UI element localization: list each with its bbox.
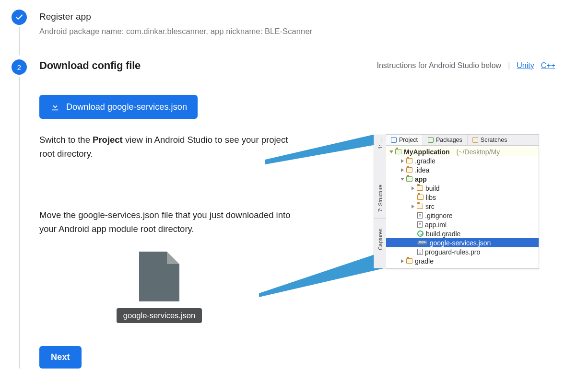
step1-check-icon	[12, 10, 27, 25]
tab-project[interactable]: Project	[386, 135, 423, 145]
tree-item-gitignore[interactable]: .gitignore	[386, 211, 539, 220]
instructions-label: Instructions for Android Studio below	[377, 61, 501, 70]
tree-item-google-services[interactable]: JSON google-services.json	[386, 238, 539, 247]
side-tab-structure[interactable]: 7: Structure	[377, 168, 383, 212]
folder-icon	[406, 158, 412, 163]
tree-item-gradle[interactable]: gradle	[386, 256, 539, 265]
project-tab-icon	[391, 137, 397, 143]
side-tab-captures[interactable]: Captures	[377, 229, 383, 250]
folder-icon	[406, 167, 412, 173]
tree-item-src[interactable]: src	[386, 202, 539, 211]
step2-number-icon: 2	[12, 59, 27, 75]
unity-link[interactable]: Unity	[517, 61, 534, 70]
chevron-down-icon	[400, 178, 404, 181]
step1-subtitle: Android package name: com.dinkar.blescan…	[39, 27, 555, 36]
chevron-right-icon	[401, 168, 404, 172]
gradle-icon	[417, 231, 424, 237]
tree-item-app-iml[interactable]: app.iml	[386, 220, 539, 229]
folder-icon	[417, 204, 423, 209]
step2-title: Download config file	[39, 59, 141, 72]
step-register-app: Register app Android package name: com.d…	[12, 10, 555, 55]
project-tree: MyApplication (~/Desktop/My .gradle .ide…	[386, 146, 539, 268]
instruction-project-view: Switch to the Project view in Android St…	[39, 133, 298, 161]
file-icon	[139, 252, 179, 301]
step1-title: Register app	[39, 10, 555, 22]
download-config-button[interactable]: Download google-services.json	[39, 95, 198, 119]
tab-scratches[interactable]: Scratches	[468, 135, 513, 145]
tree-item-build-gradle[interactable]: build.gradle	[386, 229, 539, 238]
folder-icon	[417, 195, 424, 200]
folder-icon	[417, 185, 423, 191]
cpp-link[interactable]: C++	[541, 61, 555, 70]
file-icon	[417, 221, 423, 228]
tab-packages[interactable]: Packages	[423, 135, 468, 145]
tree-item-idea[interactable]: .idea	[386, 165, 539, 174]
module-folder-icon	[406, 176, 412, 182]
json-icon: JSON	[417, 240, 427, 245]
tree-item-dot-gradle[interactable]: .gradle	[386, 156, 539, 165]
tree-item-libs[interactable]: libs	[386, 193, 539, 202]
file-icon	[417, 212, 423, 219]
chevron-right-icon	[401, 259, 404, 263]
chevron-right-icon	[412, 205, 414, 208]
chevron-right-icon	[401, 159, 404, 163]
step-download-config: 2 Download config file Instructions for …	[12, 59, 555, 75]
config-file-illustration: google-services.json	[39, 252, 279, 323]
android-studio-preview: 1: … 7: Structure Captures Project Packa…	[386, 134, 539, 269]
chevron-down-icon	[389, 150, 393, 153]
tree-item-app[interactable]: app	[386, 174, 539, 184]
scratches-tab-icon	[472, 137, 478, 143]
instruction-move-file: Move the google-services.json file that …	[39, 208, 298, 236]
tree-item-build[interactable]: build	[386, 184, 539, 193]
download-icon	[50, 102, 60, 112]
packages-tab-icon	[428, 137, 434, 143]
tree-root[interactable]: MyApplication (~/Desktop/My	[386, 147, 539, 156]
tree-item-proguard[interactable]: proguard-rules.pro	[386, 247, 539, 256]
folder-icon	[406, 258, 412, 264]
link-divider: |	[508, 61, 510, 70]
next-button[interactable]: Next	[39, 346, 82, 369]
step-connector	[19, 27, 20, 55]
as-view-tabs: Project Packages Scratches	[386, 135, 539, 146]
side-tab-project[interactable]: 1: …	[377, 138, 383, 149]
file-icon	[417, 249, 423, 255]
module-folder-icon	[395, 149, 401, 154]
config-file-name: google-services.json	[117, 308, 202, 323]
step-connector	[19, 77, 20, 369]
chevron-right-icon	[412, 186, 414, 190]
